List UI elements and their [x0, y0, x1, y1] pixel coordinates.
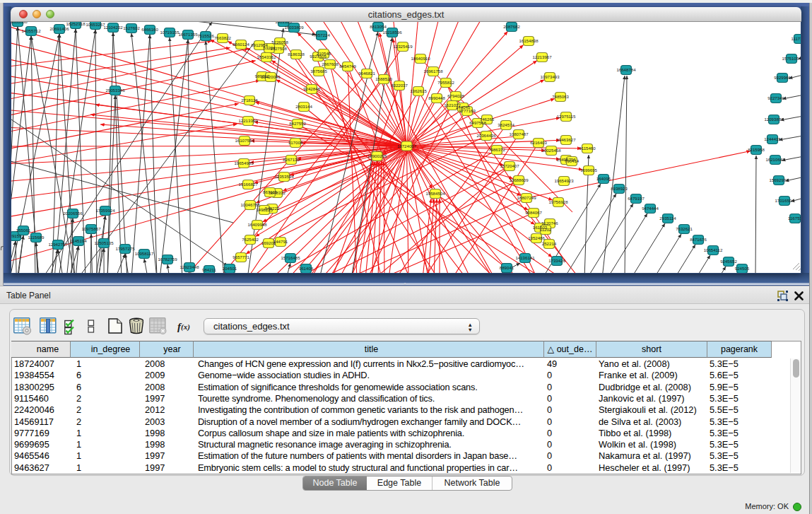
svg-text:8215958: 8215958 — [748, 147, 765, 152]
svg-text:16210643: 16210643 — [765, 157, 785, 162]
svg-text:39159: 39159 — [11, 233, 22, 238]
svg-text:1498225: 1498225 — [256, 207, 273, 212]
svg-text:204501: 204501 — [223, 266, 237, 271]
svg-text:17359924: 17359924 — [95, 208, 115, 213]
svg-text:8454749: 8454749 — [339, 64, 356, 69]
svg-text:7485063: 7485063 — [552, 94, 569, 99]
svg-text:7625402: 7625402 — [242, 237, 259, 242]
svg-text:1588520: 1588520 — [375, 76, 392, 81]
svg-text:10653267: 10653267 — [86, 22, 105, 27]
svg-text:20364436: 20364436 — [476, 133, 496, 138]
svg-text:14055712: 14055712 — [21, 28, 41, 33]
svg-text:20206556: 20206556 — [63, 211, 83, 216]
svg-text:8938923: 8938923 — [611, 186, 628, 191]
svg-text:19888888: 19888888 — [11, 22, 28, 24]
svg-text:7986372: 7986372 — [488, 147, 505, 152]
svg-text:796414: 796414 — [565, 158, 579, 163]
svg-text:14136141: 14136141 — [515, 255, 535, 260]
svg-text:317004: 317004 — [288, 140, 303, 145]
svg-text:8322037: 8322037 — [391, 83, 408, 88]
svg-text:19654985: 19654985 — [234, 160, 254, 165]
svg-text:867110: 867110 — [263, 189, 277, 194]
svg-text:16543362: 16543362 — [257, 54, 276, 59]
svg-text:19654923: 19654923 — [554, 178, 574, 183]
svg-text:116753: 116753 — [788, 216, 801, 221]
svg-text:7632621: 7632621 — [676, 226, 693, 231]
svg-text:1603388: 1603388 — [275, 22, 292, 24]
svg-text:9329966: 9329966 — [774, 75, 791, 80]
svg-text:5226058: 5226058 — [271, 40, 288, 45]
svg-text:10688609: 10688609 — [509, 177, 529, 182]
svg-text:18900205: 18900205 — [367, 153, 387, 158]
svg-text:252214: 252214 — [542, 241, 557, 246]
svg-text:15692971: 15692971 — [769, 177, 789, 182]
svg-text:8267130: 8267130 — [283, 157, 300, 162]
svg-text:1352486: 1352486 — [528, 235, 545, 240]
svg-text:10973493: 10973493 — [540, 74, 560, 79]
svg-text:7663822: 7663822 — [214, 35, 231, 40]
svg-text:961408: 961408 — [299, 266, 314, 271]
svg-text:2867608: 2867608 — [322, 62, 339, 66]
svg-text:9115460: 9115460 — [579, 146, 596, 151]
svg-text:15716485: 15716485 — [281, 255, 300, 260]
svg-text:18807249: 18807249 — [517, 195, 536, 200]
svg-text:18724007: 18724007 — [397, 144, 417, 148]
svg-text:9227349: 9227349 — [767, 95, 784, 100]
svg-text:16648784: 16648784 — [616, 67, 636, 72]
svg-text:8813054: 8813054 — [370, 24, 387, 29]
svg-text:1117333: 1117333 — [792, 36, 801, 41]
svg-text:2803144: 2803144 — [295, 104, 312, 109]
svg-text:10975867: 10975867 — [81, 226, 101, 231]
svg-text:984211: 984211 — [202, 267, 216, 272]
svg-text:6216403: 6216403 — [530, 140, 547, 145]
svg-text:1115689: 1115689 — [28, 235, 45, 240]
svg-text:12923448: 12923448 — [180, 264, 199, 269]
svg-text:19756928: 19756928 — [548, 199, 568, 204]
svg-text:12505135: 12505135 — [94, 240, 114, 245]
svg-text:10958117: 10958117 — [135, 251, 154, 256]
svg-text:19584504: 19584504 — [425, 191, 445, 196]
svg-text:(x): (x) — [181, 322, 190, 332]
svg-text:9657771: 9657771 — [233, 255, 249, 259]
svg-text:10046788: 10046788 — [240, 202, 260, 207]
svg-text:2087682: 2087682 — [503, 24, 520, 29]
svg-text:9242848: 9242848 — [303, 86, 320, 91]
svg-text:210546: 210546 — [317, 51, 331, 56]
svg-text:16107554: 16107554 — [235, 138, 254, 143]
svg-text:1145194: 1145194 — [70, 238, 87, 243]
svg-text:9646821: 9646821 — [358, 71, 375, 76]
svg-text:9777169: 9777169 — [459, 108, 476, 113]
svg-text:12213967: 12213967 — [532, 54, 552, 59]
svg-text:20691406: 20691406 — [49, 26, 69, 31]
svg-text:53224: 53224 — [264, 45, 276, 50]
svg-text:17016504: 17016504 — [775, 198, 794, 203]
svg-text:15720407: 15720407 — [500, 163, 519, 168]
svg-text:12093877: 12093877 — [764, 117, 784, 122]
svg-text:10807487: 10807487 — [509, 132, 529, 136]
svg-text:16154838: 16154838 — [519, 38, 539, 43]
svg-text:10025458: 10025458 — [541, 148, 561, 153]
svg-text:169201: 169201 — [261, 240, 276, 245]
svg-text:8186328: 8186328 — [288, 52, 305, 57]
svg-text:10654112: 10654112 — [704, 247, 723, 252]
svg-text:16033809: 16033809 — [284, 25, 304, 30]
svg-text:16671355: 16671355 — [178, 32, 198, 37]
svg-text:1362615: 1362615 — [410, 88, 427, 93]
svg-text:9699695: 9699695 — [580, 168, 597, 173]
svg-text:155061: 155061 — [16, 228, 31, 233]
svg-text:16961758: 16961758 — [423, 69, 443, 74]
svg-text:10719155: 10719155 — [160, 30, 180, 35]
svg-text:8471676: 8471676 — [690, 237, 707, 242]
svg-text:19218596: 19218596 — [382, 30, 402, 35]
svg-text:9474444: 9474444 — [642, 206, 659, 211]
svg-text:164095: 164095 — [596, 176, 611, 181]
svg-text:7955812: 7955812 — [437, 80, 454, 85]
svg-text:18252318: 18252318 — [66, 22, 86, 26]
svg-text:12942757: 12942757 — [48, 242, 68, 247]
svg-text:16782759: 16782759 — [158, 257, 177, 262]
svg-text:12213369: 12213369 — [238, 118, 258, 123]
svg-text:12975115: 12975115 — [557, 114, 576, 119]
svg-text:6466160: 6466160 — [141, 27, 158, 32]
svg-text:7515526: 7515526 — [197, 33, 214, 38]
svg-text:1733426: 1733426 — [548, 258, 565, 263]
